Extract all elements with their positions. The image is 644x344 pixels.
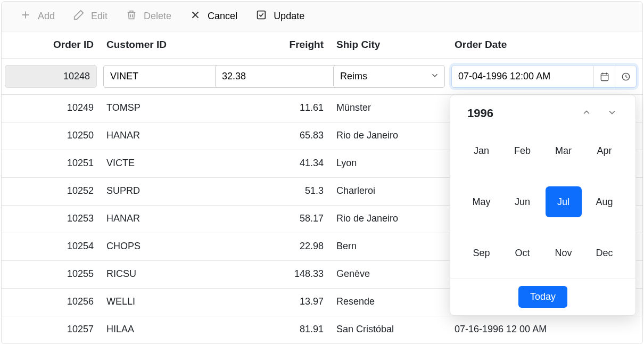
col-order-id[interactable]: Order ID <box>2 31 100 58</box>
save-icon <box>255 9 267 23</box>
cell-order-id: 10250 <box>2 122 100 150</box>
update-button[interactable]: Update <box>253 9 307 23</box>
col-freight[interactable]: Freight <box>212 31 330 58</box>
cell-customer-id: CHOPS <box>100 233 212 260</box>
pencil-icon <box>73 9 85 23</box>
month-aug[interactable]: Aug <box>587 186 623 217</box>
edit-label: Edit <box>91 11 108 22</box>
cancel-button[interactable]: Cancel <box>187 9 240 23</box>
toolbar: Add Edit Delete Cancel Update <box>2 2 642 31</box>
month-sep[interactable]: Sep <box>464 237 500 268</box>
cell-ship-city: Genève <box>330 261 448 288</box>
cell-freight: 81.91 <box>212 316 330 343</box>
delete-label: Delete <box>144 11 171 22</box>
trash-icon <box>126 9 137 23</box>
cell-freight: 65.83 <box>212 122 330 150</box>
month-feb[interactable]: Feb <box>505 135 541 166</box>
cell-order-id: 10251 <box>2 150 100 177</box>
cell-freight: 58.17 <box>212 206 330 233</box>
cell-order-id: 10257 <box>2 316 100 343</box>
edit-button[interactable]: Edit <box>71 9 110 23</box>
table-header: Order ID Customer ID Freight Ship City O… <box>2 31 642 59</box>
ship-city-select[interactable] <box>333 65 445 88</box>
add-label: Add <box>38 11 55 22</box>
calendar-next[interactable] <box>606 106 618 120</box>
clock-icon[interactable] <box>615 66 636 87</box>
month-jul[interactable]: Jul <box>546 186 582 217</box>
chevron-up-icon <box>581 111 592 119</box>
cell-ship-city: San Cristóbal <box>330 316 448 343</box>
cell-order-date: 07-16-1996 12 00 AM <box>448 316 640 343</box>
cell-ship-city: Charleroi <box>330 178 448 205</box>
cell-customer-id: HANAR <box>100 206 212 233</box>
add-button[interactable]: Add <box>18 9 57 23</box>
cell-order-id: 10252 <box>2 178 100 205</box>
cancel-label: Cancel <box>208 11 237 22</box>
edit-row: 10248 <box>2 59 642 95</box>
cell-customer-id: VICTE <box>100 150 212 177</box>
month-dec[interactable]: Dec <box>587 237 623 268</box>
table-row[interactable]: 10257HILAA81.91San Cristóbal07-16-1996 1… <box>2 316 642 344</box>
cell-freight: 51.3 <box>212 178 330 205</box>
delete-button[interactable]: Delete <box>123 9 174 23</box>
month-picker: 1996 JanFebMarAprMayJunJulAugSepOctNovDe… <box>450 95 636 316</box>
order-date-input[interactable] <box>452 65 593 87</box>
cell-freight: 22.98 <box>212 233 330 260</box>
chevron-down-icon <box>607 111 617 119</box>
plus-icon <box>20 9 31 23</box>
col-ship-city[interactable]: Ship City <box>330 31 448 58</box>
cell-ship-city: Rio de Janeiro <box>330 122 448 150</box>
calendar-icon[interactable] <box>593 66 615 87</box>
close-icon <box>189 9 201 23</box>
month-oct[interactable]: Oct <box>505 237 541 268</box>
cell-freight: 13.97 <box>212 289 330 316</box>
cell-customer-id: TOMSP <box>100 95 212 122</box>
cell-order-id: 10255 <box>2 261 100 288</box>
svg-rect-1 <box>601 73 608 80</box>
month-mar[interactable]: Mar <box>546 135 582 166</box>
order-id-readonly: 10248 <box>5 65 97 88</box>
order-date-picker[interactable] <box>451 65 637 88</box>
cell-freight: 41.34 <box>212 150 330 177</box>
col-order-date[interactable]: Order Date <box>448 31 640 58</box>
cell-customer-id: HILAA <box>100 316 212 343</box>
cell-order-id: 10256 <box>2 289 100 316</box>
cell-customer-id: SUPRD <box>100 178 212 205</box>
cell-order-id: 10249 <box>2 95 100 122</box>
cell-customer-id: WELLI <box>100 289 212 316</box>
month-may[interactable]: May <box>464 186 500 217</box>
cell-customer-id: HANAR <box>100 122 212 150</box>
cell-order-id: 10253 <box>2 206 100 233</box>
cell-ship-city: Resende <box>330 289 448 316</box>
update-label: Update <box>274 11 304 22</box>
cell-customer-id: RICSU <box>100 261 212 288</box>
cell-order-id: 10254 <box>2 233 100 260</box>
cell-ship-city: Lyon <box>330 150 448 177</box>
cell-ship-city: Rio de Janeiro <box>330 206 448 233</box>
calendar-year[interactable]: 1996 <box>467 107 493 120</box>
calendar-prev[interactable] <box>580 106 593 120</box>
month-jun[interactable]: Jun <box>505 186 541 217</box>
month-apr[interactable]: Apr <box>587 135 623 166</box>
cell-freight: 148.33 <box>212 261 330 288</box>
cell-ship-city: Münster <box>330 95 448 122</box>
today-button[interactable]: Today <box>518 286 567 308</box>
svg-rect-0 <box>258 11 266 19</box>
month-jan[interactable]: Jan <box>464 135 500 166</box>
cell-ship-city: Bern <box>330 233 448 260</box>
month-nov[interactable]: Nov <box>546 237 582 268</box>
col-customer-id[interactable]: Customer ID <box>100 31 212 58</box>
cell-freight: 11.61 <box>212 95 330 122</box>
